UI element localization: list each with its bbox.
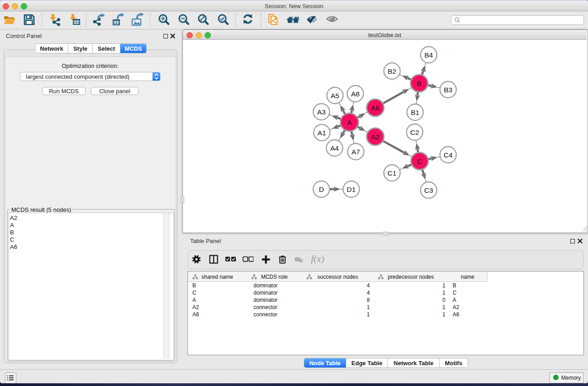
svg-text:B4: B4 — [425, 51, 433, 59]
svg-text:A3: A3 — [317, 108, 326, 116]
svg-text:A8: A8 — [351, 90, 360, 98]
svg-text:A: A — [347, 119, 352, 126]
svg-text:C4: C4 — [444, 151, 453, 159]
svg-text:D: D — [319, 186, 324, 193]
svg-text:A4: A4 — [330, 144, 339, 152]
svg-text:B2: B2 — [388, 67, 397, 75]
svg-text:B: B — [417, 80, 421, 87]
svg-text:D1: D1 — [347, 186, 356, 193]
svg-text:A6: A6 — [371, 104, 380, 112]
svg-text:A2: A2 — [371, 133, 380, 141]
svg-text:B1: B1 — [411, 109, 420, 116]
svg-text:C3: C3 — [424, 186, 433, 194]
svg-text:A5: A5 — [331, 92, 339, 100]
svg-text:B3: B3 — [444, 86, 453, 94]
svg-text:A7: A7 — [352, 148, 360, 156]
svg-text:C: C — [417, 157, 422, 165]
svg-text:C2: C2 — [410, 129, 419, 136]
svg-text:C1: C1 — [387, 169, 397, 177]
svg-text:A1: A1 — [318, 129, 326, 137]
